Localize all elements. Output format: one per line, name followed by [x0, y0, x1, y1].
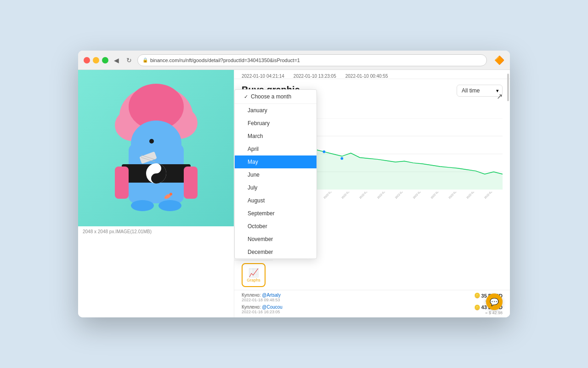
time-filter-wrapper: All time Last week Last month Last year	[457, 85, 503, 97]
tx-1-date: 2022-01-18 09:48:53	[242, 298, 281, 302]
svg-text:2022-02-07: 2022-02-07	[448, 192, 459, 199]
scrollbar-thumb[interactable]	[507, 74, 509, 101]
browser-window: ◀ ↻ 🔒 binance.com/ru/nft/goods/detail?pr…	[78, 51, 510, 317]
svg-point-16	[131, 200, 154, 211]
reload-button[interactable]: ↻	[124, 56, 134, 65]
svg-text:2022-02-17: 2022-02-17	[484, 192, 495, 199]
close-button[interactable]	[84, 57, 90, 63]
browser-bar: ◀ ↻ 🔒 binance.com/ru/nft/goods/detail?pr…	[78, 51, 510, 70]
svg-text:2022-01-20: 2022-01-20	[341, 192, 353, 199]
month-item-august[interactable]: August	[235, 194, 317, 207]
timestamp-2: 2022-01-10 13:23:05	[294, 74, 336, 79]
month-dropdown-header: ✓ Choose a month	[235, 90, 317, 104]
svg-point-9	[154, 167, 158, 170]
transaction-row-1: Куплено: @Artsaly 2022-01-18 09:48:53 🪙 …	[242, 293, 503, 303]
month-item-february[interactable]: February	[235, 117, 317, 130]
left-panel: 2048 x 2048 px.IMAGE(12.01MB)	[78, 70, 234, 317]
nft-artwork	[96, 79, 216, 217]
month-item-october[interactable]: October	[235, 220, 317, 233]
tx-2-label: Куплено:	[242, 305, 261, 310]
check-icon: ✓	[244, 94, 248, 100]
timestamp-1: 2022-01-10 04:21:14	[242, 74, 284, 79]
chart-point-2	[340, 157, 343, 160]
month-item-january[interactable]: January	[235, 104, 317, 117]
maximize-button[interactable]	[102, 57, 108, 63]
svg-point-10	[154, 177, 158, 180]
month-item-november[interactable]: November	[235, 233, 317, 246]
tx-2-date: 2022-01-16 16:23:05	[242, 310, 283, 314]
svg-point-6	[149, 139, 154, 144]
transactions-area: Куплено: @Artsaly 2022-01-18 09:48:53 🪙 …	[234, 290, 510, 317]
svg-point-5	[131, 121, 181, 167]
tab-graphs-label: Graphs	[247, 278, 260, 282]
binance-logo-icon: 🔶	[494, 55, 504, 65]
chart-point-1	[323, 150, 326, 153]
tx-2-usd: = $ 42.98	[474, 310, 503, 315]
svg-text:2022-02-04: 2022-02-04	[430, 192, 442, 199]
image-caption: 2048 x 2048 px.IMAGE(12.01MB)	[78, 226, 234, 237]
month-item-july[interactable]: July	[235, 181, 317, 194]
tx-1-info: Куплено: @Artsaly 2022-01-18 09:48:53	[242, 293, 281, 302]
timestamp-3: 2022-01-10 00:40:55	[345, 74, 388, 79]
svg-text:2022-02-11: 2022-02-11	[466, 192, 477, 199]
tx-2-info: Куплено: @Coucou 2022-01-16 16:23:05	[242, 305, 283, 314]
month-dropdown[interactable]: ✓ Choose a month January February March …	[234, 89, 317, 259]
svg-text:2022-01-22: 2022-01-22	[377, 192, 388, 199]
month-item-december[interactable]: December	[235, 246, 317, 259]
dropdown-title: Choose a month	[251, 93, 291, 100]
svg-text:2022-02-01: 2022-02-01	[413, 192, 424, 199]
chat-button[interactable]: 💬	[486, 293, 503, 310]
coin-icon-2: 🪙	[474, 305, 481, 310]
month-item-june[interactable]: June	[235, 168, 317, 181]
svg-text:2022-01-19: 2022-01-19	[323, 192, 334, 199]
tx-1-label: Куплено:	[242, 293, 261, 298]
month-item-september[interactable]: September	[235, 207, 317, 220]
address-bar[interactable]: 🔒 binance.com/ru/nft/goods/detail?produc…	[137, 54, 487, 66]
lock-icon: 🔒	[142, 58, 148, 63]
month-item-april[interactable]: April	[235, 143, 317, 155]
graph-controls: All time Last week Last month Last year	[457, 85, 503, 97]
content-header: 2022-01-10 04:21:14 2022-01-10 13:23:05 …	[234, 70, 510, 79]
svg-rect-15	[184, 167, 198, 199]
tx-1-user[interactable]: @Artsaly	[262, 293, 281, 298]
minimize-button[interactable]	[93, 57, 99, 63]
transaction-row-2: Куплено: @Coucou 2022-01-16 16:23:05 🪙 4…	[242, 305, 503, 315]
coin-icon-1: 🪙	[474, 293, 481, 299]
browser-content: 2048 x 2048 px.IMAGE(12.01MB) 2022-01-10…	[78, 70, 510, 317]
svg-rect-14	[115, 167, 129, 199]
url-text: binance.com/ru/nft/goods/detail?productI…	[150, 58, 300, 63]
svg-text:2022-01-21: 2022-01-21	[359, 192, 370, 199]
time-filter-select[interactable]: All time Last week Last month Last year	[457, 85, 503, 97]
tx-2-user[interactable]: @Coucou	[262, 305, 283, 310]
svg-point-17	[158, 200, 181, 211]
svg-point-19	[170, 193, 172, 196]
nft-image-container	[78, 70, 234, 226]
back-button[interactable]: ◀	[112, 56, 121, 65]
tab-graphs[interactable]: 📈 Graphs	[242, 263, 266, 287]
month-item-march[interactable]: March	[235, 130, 317, 143]
tabs-row: 📈 Graphs	[234, 260, 273, 290]
svg-text:2022-01-31: 2022-01-31	[395, 192, 406, 199]
browser-controls	[84, 57, 108, 63]
graphs-icon: 📈	[249, 268, 259, 278]
month-item-may[interactable]: May	[235, 155, 317, 168]
share-button[interactable]: ↗	[497, 92, 503, 101]
right-panel: 2022-01-10 04:21:14 2022-01-10 13:23:05 …	[234, 70, 510, 317]
